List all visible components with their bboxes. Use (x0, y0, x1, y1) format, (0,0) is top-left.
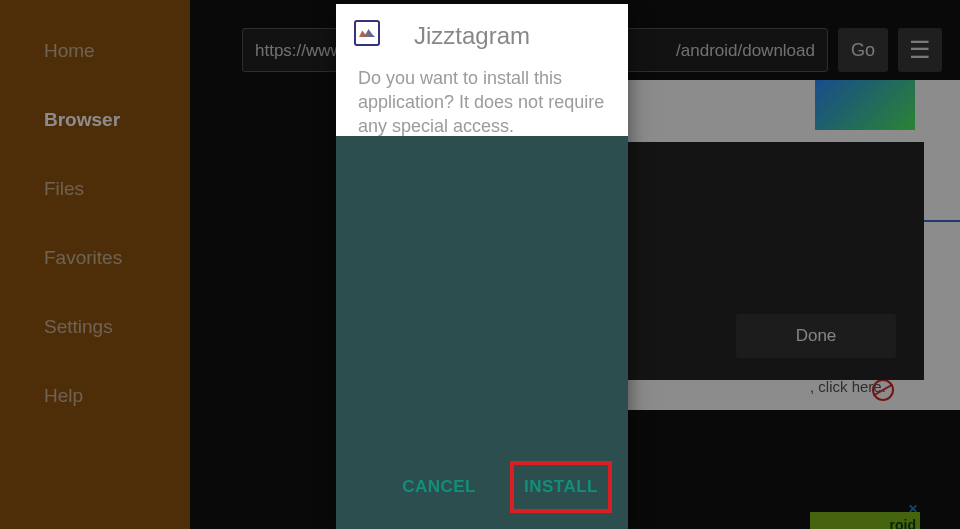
install-prompt-actions: CANCEL INSTALL (392, 465, 608, 509)
app-icon (354, 20, 380, 46)
install-button[interactable]: INSTALL (514, 465, 608, 509)
cancel-button[interactable]: CANCEL (392, 465, 486, 509)
android-install-prompt: Jizztagram Do you want to install this a… (336, 4, 628, 529)
install-prompt-header: Jizztagram Do you want to install this a… (336, 4, 628, 136)
install-prompt-app-name: Jizztagram (414, 22, 606, 50)
install-prompt-question: Do you want to install this application?… (358, 66, 606, 138)
